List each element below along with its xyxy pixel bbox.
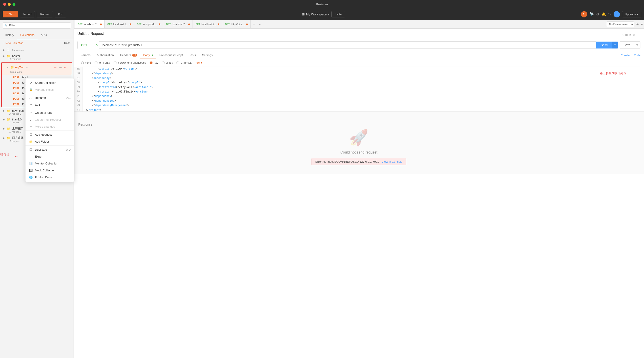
tab-4[interactable]: GET localhost:7... (163, 20, 193, 28)
tab-history[interactable]: History (2, 31, 17, 39)
tab-1[interactable]: GET localhost:7... (75, 20, 105, 28)
runner-button[interactable]: Runner (37, 11, 53, 17)
add-tab-button[interactable]: + (251, 22, 257, 26)
tab-settings[interactable]: Settings (199, 52, 216, 59)
menu-merge-changes[interactable]: ⇌ Merge changes (26, 123, 74, 130)
environment-select[interactable]: No Environment (606, 21, 634, 27)
edit-title-button[interactable]: ✏ (633, 33, 636, 37)
layout-button[interactable]: ⊡ ▾ (55, 11, 66, 17)
tab-body[interactable]: Body (140, 52, 156, 59)
body-raw[interactable]: raw (150, 61, 158, 64)
workspace-button[interactable]: ⊞ My Workspace ▾ (302, 12, 330, 16)
method-select[interactable]: GET POST PUT DELETE (77, 41, 99, 49)
upgrade-button[interactable]: Upgrade ▾ (622, 11, 642, 17)
collection-item-unnamed[interactable]: ▶ ☐ 6 requests (0, 47, 74, 53)
req-tab-right: Cookies Code (621, 54, 640, 57)
menu-duplicate[interactable]: ❑ Duplicate ⌘D (26, 146, 74, 153)
menu-add-folder[interactable]: 📁 Add Folder (26, 138, 74, 145)
send-dropdown[interactable]: ▾ (612, 41, 618, 48)
save-button[interactable]: Save (620, 41, 634, 49)
tab-2[interactable]: GET localhost:7... (105, 20, 134, 28)
close-button[interactable] (3, 3, 6, 6)
body-graphql[interactable]: GraphQL (176, 61, 192, 64)
url-input[interactable] (99, 41, 596, 49)
refresh-button[interactable]: ↻ (581, 11, 587, 17)
heart-icon[interactable]: ♡ (608, 12, 611, 16)
menu-manage-roles[interactable]: 🔒 Manage Roles (26, 86, 74, 93)
settings-panel-icon[interactable]: ≡ (641, 22, 643, 26)
menu-mock-collection[interactable]: 🔲 Mock Collection (26, 167, 74, 174)
view-console-button[interactable]: View in Console (382, 160, 402, 163)
menu-monitor-collection[interactable]: 📊 Monitor Collection (26, 160, 74, 167)
tab-headers[interactable]: Headers 10 (117, 52, 140, 59)
satellite-icon[interactable]: 📡 (590, 12, 594, 16)
sidebar: History Collections APIs + New Collectio… (0, 20, 74, 358)
tab-authorization[interactable]: Authorization (94, 52, 117, 59)
collection-item-bestor[interactable]: ▶ 📁 bestor 14 requests (0, 53, 74, 62)
save-dropdown[interactable]: ▾ (634, 41, 640, 49)
body-urlencoded[interactable]: x-www-form-urlencoded (114, 61, 146, 64)
menu-edit[interactable]: ✏ Edit (26, 101, 74, 108)
code-line-66: 66 </dependency> (74, 71, 644, 76)
tab-collections[interactable]: Collections (17, 31, 38, 39)
new-button[interactable]: + New (3, 11, 18, 17)
chevron-right-icon: ▶ (3, 49, 5, 51)
avatar[interactable]: U (614, 11, 620, 17)
chevron-right-icon: ▶ (3, 137, 5, 139)
toolbar-right: ↻ 📡 ⚙ 🔔 ♡ U Upgrade ▾ (581, 11, 642, 17)
menu-share-collection[interactable]: ↗ Share Collection (26, 79, 74, 86)
filter-input[interactable] (3, 22, 71, 28)
trash-button[interactable]: Trash (64, 41, 70, 45)
collection-folder-icon: 📁 (7, 136, 10, 140)
menu-create-fork[interactable]: ⑂ Create a fork (26, 109, 74, 116)
menu-create-pull-request[interactable]: ⤴ Create Pull Request (26, 116, 74, 123)
body-active-dot (152, 54, 153, 56)
tab-dot (159, 23, 160, 25)
body-binary[interactable]: binary (162, 61, 173, 64)
tab-pre-request-script[interactable]: Pre-request Script (156, 52, 186, 59)
import-button[interactable]: Import (20, 11, 35, 17)
cookies-link[interactable]: Cookies (621, 54, 630, 57)
collection-arrow-right[interactable]: → (54, 65, 57, 69)
tab-3[interactable]: GET acis-produ... (134, 20, 164, 28)
text-format-button[interactable]: Text ▾ (195, 61, 202, 64)
code-line-65: 65 <version>5.1.0</version> (74, 67, 644, 71)
code-link[interactable]: Code (634, 54, 640, 57)
tab-apis[interactable]: APIs (38, 31, 50, 39)
minimize-button[interactable] (8, 3, 11, 6)
menu-divider (26, 94, 74, 94)
new-collection-button[interactable]: + New Collection (3, 41, 23, 45)
maximize-button[interactable] (12, 3, 16, 6)
eye-icon[interactable]: 👁 (636, 22, 639, 26)
request-tabs: Params Authorization Headers 10 Body Pre… (74, 52, 644, 59)
sidebar-search-area (0, 20, 74, 31)
tab-dot (100, 23, 102, 25)
description-button[interactable]: ☰ (638, 33, 640, 37)
code-editor[interactable]: 第五步生成接口列表 65 <version>5.1.0</version> 66… (74, 67, 644, 111)
more-tabs-button[interactable]: ··· (257, 22, 263, 26)
body-form-data[interactable]: form-data (94, 61, 110, 64)
bell-icon[interactable]: 🔔 (602, 12, 606, 16)
tab-dot (218, 23, 219, 25)
tab-params[interactable]: Params (77, 52, 94, 59)
send-button[interactable]: Send (596, 41, 612, 48)
settings-icon[interactable]: ⚙ (596, 12, 599, 16)
tab-5[interactable]: GET localhost:7... (193, 20, 222, 28)
menu-publish-docs[interactable]: 🌐 Publish Docs (26, 174, 74, 181)
tab-dot (188, 23, 190, 25)
rocket-illustration: 🚀 (349, 128, 368, 147)
step5-annotation: 第五步生成接口列表 (600, 71, 626, 75)
menu-rename[interactable]: A| Rename ⌘E (26, 94, 74, 101)
collection-icon: ☐ (7, 48, 10, 52)
tab-6[interactable]: GET http://gitla... (222, 20, 251, 28)
menu-export[interactable]: ⬇ Export 第六步 点击导出 ← (26, 153, 74, 160)
chevron-right-icon: ▶ (3, 55, 5, 57)
invite-button[interactable]: Invite (332, 11, 345, 17)
body-none[interactable]: none (81, 61, 91, 64)
collection-item-mytest[interactable]: ▼ 📁 myTest ☆ → ··· ← 6 requests (2, 62, 72, 75)
menu-divider (26, 109, 74, 109)
menu-add-request[interactable]: ☐ Add Request (26, 131, 74, 138)
collection-menu-button[interactable]: ··· (58, 65, 63, 70)
collection-close-btn[interactable]: ← (64, 65, 67, 69)
tab-tests[interactable]: Tests (186, 52, 199, 59)
